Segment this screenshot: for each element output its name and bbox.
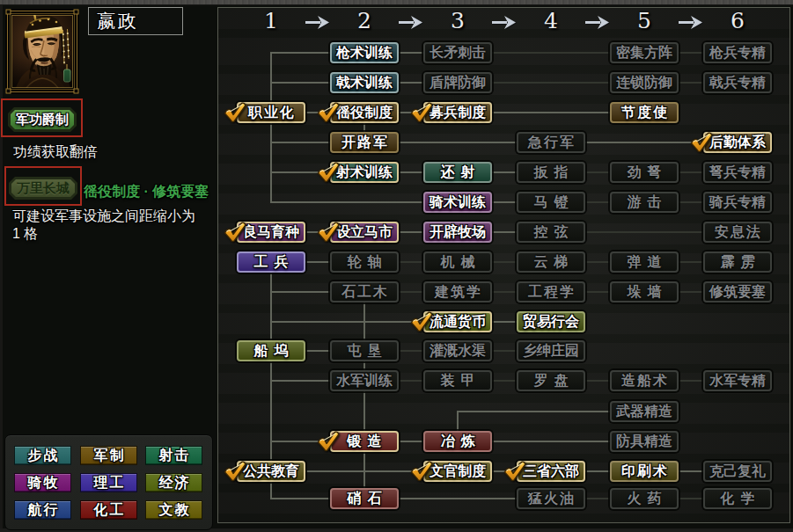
tech-node-xiuzhu[interactable]: 修筑要塞 [703,281,772,302]
tech-node-qiangbing[interactable]: 枪兵专精 [703,42,772,63]
tech-node-nubing[interactable]: 弩兵专精 [703,162,772,183]
tech-node-zhiyehua[interactable]: 职业化 [237,102,305,123]
check-icon [224,222,246,243]
tech-node-sheshu[interactable]: 射术训练 [330,162,399,183]
tech-node-changmao[interactable]: 长矛刺击 [423,42,492,63]
column-number-1: 1 [245,8,297,33]
tech-node-qibing[interactable]: 骑兵专精 [703,192,772,213]
tech-node-yaoyi[interactable]: 徭役制度 [330,102,399,123]
tree-edge [363,390,365,433]
check-icon [224,461,246,482]
tech-node-huaxue[interactable]: 化学 [703,488,772,509]
tech-node-label: 石工木 [341,285,389,299]
tech-node-fangju[interactable]: 防具精造 [610,431,679,452]
tech-node-label: 屯垦 [348,344,388,358]
tech-node-jinnu[interactable]: 劲弩 [610,162,679,183]
tech-node-gongjiao[interactable]: 公共教育 [237,461,305,482]
tech-node-gongcheng[interactable]: 工程学 [517,281,585,302]
check-icon [690,132,713,153]
tech-node-jianzhu[interactable]: 建筑学 [423,281,492,302]
tech-node-shuijun[interactable]: 水军训练 [330,370,399,391]
tech-node-luopan[interactable]: 罗盘 [517,370,585,391]
tech-node-jibing[interactable]: 戟兵专精 [703,72,772,93]
tech-node-madeng[interactable]: 马镫 [517,192,585,213]
tech-node-mashi[interactable]: 设立马市 [330,222,399,243]
tech-node-label: 良马育种 [243,225,299,239]
tech-node-liutong[interactable]: 流通货币 [423,311,492,332]
tree-edge [397,231,425,233]
tech-node-label: 印刷术 [621,464,669,478]
tech-node-pili[interactable]: 霹雳 [703,251,772,273]
tech-node-yinshua[interactable]: 印刷术 [610,461,679,482]
tech-node-guangai[interactable]: 灌溉水渠 [423,340,492,361]
check-icon [410,102,433,123]
tech-node-dandao[interactable]: 弹道 [610,251,679,273]
tech-node-shuizhuan[interactable]: 水军专精 [703,370,772,391]
tech-node-keji[interactable]: 克己复礼 [703,461,772,482]
tech-node-label: 马镫 [534,195,575,209]
tree-edge [584,261,612,263]
tech-node-mubing[interactable]: 募兵制度 [423,102,492,123]
tech-node-huoyao[interactable]: 火药 [610,488,679,509]
tech-node-tunken[interactable]: 屯垦 [330,340,399,361]
tech-node-yunti[interactable]: 云梯 [517,251,585,273]
tech-node-label: 游击 [628,195,668,209]
tech-node-houqin[interactable]: 后勤体系 [703,132,772,153]
tech-node-duanzao[interactable]: 锻造 [330,431,399,452]
tech-node-jixie[interactable]: 机械 [423,251,492,273]
tech-node-label: 化学 [721,492,761,506]
check-icon [410,311,433,332]
tech-node-chuanwu[interactable]: 船坞 [237,340,305,361]
tech-node-youji[interactable]: 游击 [610,192,679,213]
tech-node-yelian[interactable]: 冶炼 [423,431,492,452]
tree-edge [490,321,518,323]
column-number-4: 4 [525,8,577,33]
column-number-6: 6 [711,8,764,33]
column-number-5: 5 [618,8,671,33]
tech-node-muchang[interactable]: 开辟牧场 [423,222,492,243]
tech-node-xiaoshi[interactable]: 硝石 [330,488,399,509]
tech-node-jishu[interactable]: 戟术训练 [330,72,399,93]
tree-edge [397,291,425,293]
tree-edge [490,201,518,203]
tech-node-lunzhou[interactable]: 轮轴 [330,251,399,273]
tech-node-liansuo[interactable]: 连锁防御 [610,72,679,93]
tech-node-huanshe[interactable]: 还射 [423,162,492,183]
tech-node-banzhi[interactable]: 扳指 [517,162,585,183]
tree-edge [270,291,330,293]
tree-edge [677,470,705,472]
tech-node-gongbing[interactable]: 工兵 [237,251,305,273]
tech-node-liangma[interactable]: 良马育种 [237,222,305,243]
tech-node-label: 徭役制度 [336,106,393,120]
tech-node-label: 硝石 [348,492,388,506]
tech-node-kailujun[interactable]: 开路军 [330,132,399,153]
tech-node-zhuangjia[interactable]: 装甲 [423,370,492,391]
tech-node-label: 防具精造 [616,434,672,448]
check-icon [317,222,340,243]
tech-node-wuqi[interactable]: 武器精造 [610,401,679,422]
tech-node-sansheng[interactable]: 三省六部 [517,461,585,482]
tech-node-label: 安息法 [715,225,762,239]
tree-edge [584,380,612,382]
tech-node-jixingjun[interactable]: 急行军 [517,132,585,153]
tech-node-shigongmu[interactable]: 石工木 [330,281,399,302]
tech-node-zaochuan[interactable]: 造船术 [610,370,679,391]
tree-edge [457,411,459,433]
tech-node-miji[interactable]: 密集方阵 [610,42,679,63]
tech-node-dunpai[interactable]: 盾牌防御 [423,72,492,93]
tech-node-maoyi[interactable]: 贸易行会 [517,311,585,332]
tech-node-kongxian[interactable]: 控弦 [517,222,585,243]
tree-edge [677,82,705,84]
tech-node-duoqiang[interactable]: 垛墙 [610,281,679,302]
tech-node-label: 公共教育 [243,464,299,478]
tech-node-anxifa[interactable]: 安息法 [703,222,772,243]
tech-node-xiangshen[interactable]: 乡绅庄园 [517,340,585,361]
tech-node-qishu[interactable]: 骑术训练 [423,192,492,213]
check-icon [317,102,340,123]
tech-node-menghuo[interactable]: 猛火油 [517,488,585,509]
tree-edge [397,261,425,263]
tech-node-qiangshu[interactable]: 枪术训练 [330,42,399,63]
tech-node-wenguan[interactable]: 文官制度 [423,461,492,482]
tech-node-jiedushi[interactable]: 节度使 [610,102,679,123]
tree-edge [270,142,330,143]
